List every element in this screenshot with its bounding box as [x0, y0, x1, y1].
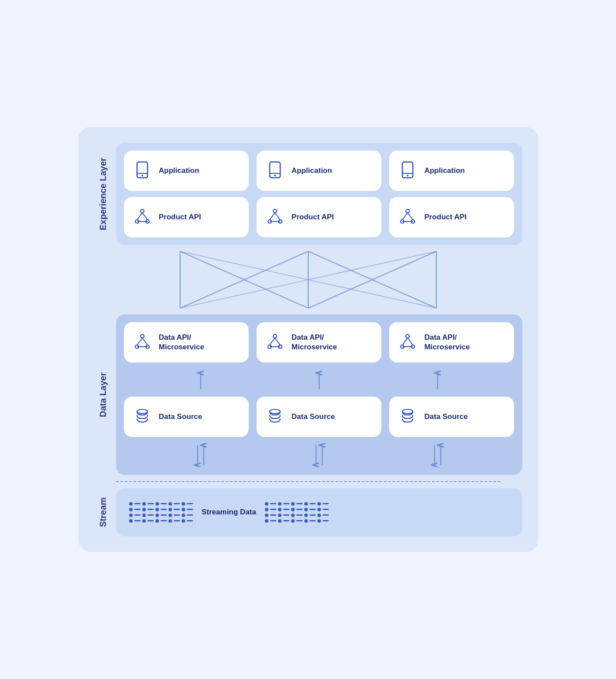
- svg-line-12: [137, 213, 142, 220]
- stream-dot: [129, 502, 133, 506]
- stream-dash: [134, 503, 141, 504]
- network-icon-dapi-1: [133, 332, 152, 353]
- svg-point-15: [273, 209, 277, 213]
- stream-dash: [310, 514, 316, 516]
- experience-layer-section: Experience Layer Application: [94, 143, 522, 245]
- stream-dot: [265, 508, 268, 511]
- product-api-card-1: Product API: [124, 197, 249, 237]
- database-icon-1: [133, 406, 152, 427]
- data-bg: Data API/Microservice: [116, 314, 522, 475]
- stream-line-r3: [265, 514, 329, 517]
- stream-dash: [323, 509, 329, 510]
- stream-dash: [283, 520, 289, 521]
- stream-line-r4: [265, 519, 329, 523]
- svg-point-7: [407, 175, 408, 176]
- stream-dot: [317, 508, 321, 511]
- stream-dot: [304, 502, 308, 506]
- stream-dash: [310, 520, 316, 521]
- svg-line-52: [408, 338, 413, 345]
- stream-dot: [142, 508, 146, 511]
- stream-dash: [187, 503, 193, 504]
- up-arrows-svg: [150, 369, 488, 391]
- stream-line-4: [129, 519, 193, 523]
- data-source-card-2: Data Source: [257, 397, 381, 437]
- stream-dot: [169, 508, 172, 511]
- stream-dot: [182, 519, 185, 523]
- dashed-divider: [116, 481, 500, 482]
- network-icon-papi-2: [265, 207, 285, 228]
- mobile-icon-3: [398, 160, 417, 181]
- stream-dash: [148, 520, 154, 521]
- database-icon-3: [398, 406, 417, 427]
- stream-dash: [323, 520, 329, 521]
- network-icon-papi-3: [398, 207, 417, 228]
- stream-dot: [278, 508, 282, 511]
- stream-dot: [169, 519, 172, 523]
- stream-dot: [317, 519, 321, 523]
- stream-dash: [161, 520, 167, 521]
- application-label-2: Application: [292, 166, 332, 176]
- stream-dash: [270, 514, 276, 516]
- stream-dash: [134, 520, 141, 521]
- stream-dot: [142, 502, 146, 506]
- product-api-label-1: Product API: [159, 212, 201, 222]
- mobile-icon-2: [265, 160, 285, 181]
- stream-dash: [187, 520, 193, 521]
- data-api-label-2: Data API/Microservice: [292, 333, 337, 352]
- svg-point-36: [141, 334, 144, 338]
- data-api-card-2: Data API/Microservice: [257, 322, 381, 362]
- application-label-1: Application: [159, 166, 200, 176]
- stream-dot: [155, 519, 159, 523]
- stream-dot: [278, 514, 282, 517]
- stream-dot: [291, 519, 295, 523]
- svg-line-18: [270, 213, 275, 220]
- stream-dot: [291, 508, 295, 511]
- stream-dot: [142, 514, 146, 517]
- data-layer-section: Data Layer: [94, 314, 522, 475]
- svg-point-48: [406, 334, 409, 338]
- stream-dot: [304, 508, 308, 511]
- stream-dash: [174, 520, 180, 521]
- stream-dash: [296, 503, 303, 504]
- stream-layer-label: Stream: [94, 488, 112, 536]
- stream-dot: [304, 519, 308, 523]
- stream-dot: [317, 502, 321, 506]
- stream-layer-section: Stream: [94, 488, 522, 536]
- application-row: Application Application: [124, 151, 514, 191]
- streaming-lines-right: [265, 502, 329, 523]
- streaming-data-label: Streaming Data: [202, 508, 257, 517]
- stream-dot: [182, 508, 185, 511]
- stream-dash: [270, 509, 276, 510]
- network-icon-papi-1: [133, 207, 152, 228]
- data-source-label-1: Data Source: [159, 412, 202, 422]
- stream-line-r1: [265, 502, 329, 506]
- data-source-card-1: Data Source: [124, 397, 249, 437]
- stream-dash: [148, 509, 154, 510]
- data-api-card-3: Data API/Microservice: [389, 322, 514, 362]
- application-label-3: Application: [424, 166, 465, 176]
- stream-dot: [182, 502, 185, 506]
- svg-point-42: [273, 334, 277, 338]
- stream-dot: [155, 514, 159, 517]
- stream-line-3: [129, 514, 193, 517]
- stream-dot: [291, 514, 295, 517]
- experience-layer-label: Experience Layer: [94, 143, 112, 245]
- svg-line-51: [402, 338, 408, 345]
- stream-dot: [182, 514, 185, 517]
- svg-point-58: [270, 409, 280, 414]
- stream-dash: [161, 509, 167, 510]
- application-card-2: Application: [257, 151, 381, 191]
- stream-dot: [129, 519, 133, 523]
- bidir-arrows-svg: [150, 443, 488, 467]
- stream-dash: [283, 509, 289, 510]
- stream-dot: [265, 519, 268, 523]
- stream-dot: [155, 508, 159, 511]
- bidir-arrows-container: [124, 443, 514, 467]
- data-api-label-1: Data API/Microservice: [159, 333, 204, 352]
- stream-dash: [296, 509, 303, 510]
- stream-dash: [296, 520, 303, 521]
- stream-line-1: [129, 502, 193, 506]
- product-api-card-3: Product API: [389, 197, 514, 237]
- application-card-1: Application: [124, 151, 249, 191]
- stream-dot: [265, 514, 268, 517]
